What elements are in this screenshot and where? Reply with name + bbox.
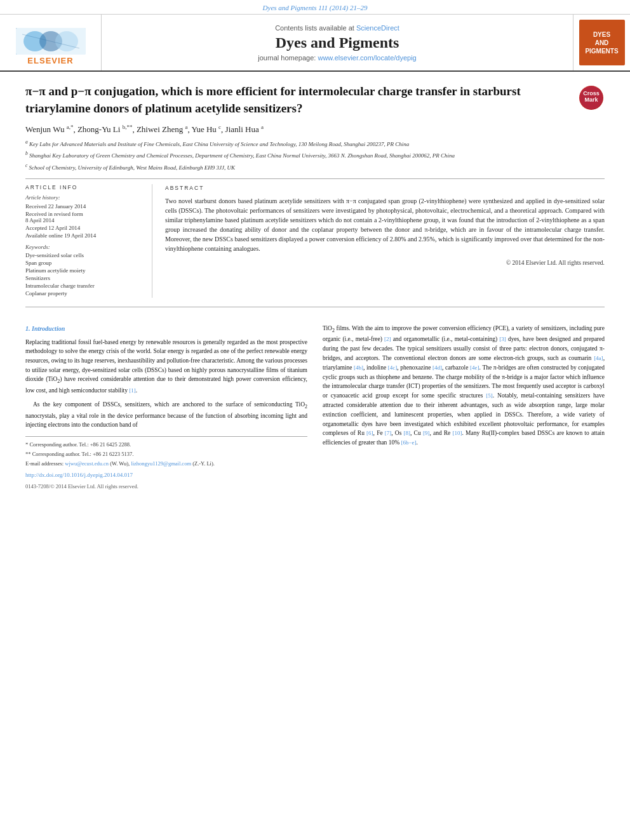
right-p1: TiO2 films. With the aim to improve the … <box>323 324 605 448</box>
elsevier-art <box>16 28 86 55</box>
authors-line: Wenjun Wu a,*, Zhong-Yu Li b,**, Zhiwei … <box>25 123 605 134</box>
footnote-1: * Corresponding author. Tel.: +86 21 642… <box>25 441 307 449</box>
citation-text: Dyes and Pigments 111 (2014) 21–29 <box>263 4 368 11</box>
dyes-pigments-badge: DYESANDPIGMENTS <box>579 20 625 65</box>
sciencedirect-link[interactable]: ScienceDirect <box>356 24 399 32</box>
accepted-date: Accepted 12 April 2014 <box>25 225 143 231</box>
homepage-url[interactable]: www.elsevier.com/locate/dyepig <box>318 54 416 62</box>
page: Dyes and Pigments 111 (2014) 21–29 <box>0 0 630 840</box>
crossmark-icon[interactable]: Cross Mark <box>579 86 605 111</box>
affiliations: a Key Labs for Advanced Materials and In… <box>25 138 605 173</box>
keyword-3: Platinum acetylide moiety <box>25 267 143 274</box>
homepage-label: journal homepage: <box>258 54 316 62</box>
journal-citation: Dyes and Pigments 111 (2014) 21–29 <box>0 0 630 15</box>
journal-badge-section: DYESANDPIGMENTS <box>573 15 630 70</box>
received-date: Received 22 January 2014 <box>25 203 143 210</box>
svg-point-3 <box>55 31 78 51</box>
available-date: Available online 19 April 2014 <box>25 232 143 239</box>
keyword-1: Dye-sensitized solar cells <box>25 252 143 258</box>
copyright-footer: 0143-7208/© 2014 Elsevier Ltd. All right… <box>25 483 307 491</box>
body-col-right: TiO2 films. With the aim to improve the … <box>323 324 605 491</box>
keyword-6: Coplanar property <box>25 290 143 297</box>
svg-text:Mark: Mark <box>584 97 598 103</box>
sciencedirect-label: Contents lists available at <box>275 24 354 32</box>
abstract-col: ABSTRACT Two novel starburst donors base… <box>165 184 605 298</box>
body-columns: 1. Introduction Replacing traditional fo… <box>25 324 605 491</box>
keyword-4: Sensitizers <box>25 275 143 281</box>
article-title: π−π and p−π conjugation, which is more e… <box>25 83 572 117</box>
abstract-copyright: © 2014 Elsevier Ltd. All rights reserved… <box>165 258 605 267</box>
journal-name: Dyes and Pigments <box>276 34 399 51</box>
article-info-heading: ARTICLE INFO <box>25 184 143 190</box>
keywords-label: Keywords: <box>25 244 143 250</box>
keyword-2: Span group <box>25 260 143 266</box>
article-info-abstract: ARTICLE INFO Article history: Received 2… <box>25 184 605 298</box>
doi-link[interactable]: http://dx.doi.org/10.1016/j.dyepig.2014.… <box>25 471 307 480</box>
article-content: π−π and p−π conjugation, which is more e… <box>0 72 630 307</box>
article-info-col: ARTICLE INFO Article history: Received 2… <box>25 184 152 298</box>
elsevier-logo: ELSEVIER <box>13 20 89 65</box>
abstract-text: Two novel starburst donors based platinu… <box>165 196 605 253</box>
article-title-section: π−π and p−π conjugation, which is more e… <box>25 83 605 117</box>
body-col-left: 1. Introduction Replacing traditional fo… <box>25 324 307 491</box>
affiliation-c: c School of Chemistry, University of Edi… <box>25 162 605 173</box>
affiliation-b: b Shanghai Key Laboratory of Green Chemi… <box>25 150 605 161</box>
intro-p1: Replacing traditional fossil fuel-based … <box>25 338 307 396</box>
sciencedirect-line: Contents lists available at ScienceDirec… <box>275 24 399 32</box>
keyword-5: Intramolecular charge transfer <box>25 283 143 289</box>
article-body: 1. Introduction Replacing traditional fo… <box>0 312 630 503</box>
publisher-logo-section: ELSEVIER <box>0 15 102 70</box>
elsevier-text: ELSEVIER <box>27 56 73 65</box>
svg-text:Cross: Cross <box>583 90 600 97</box>
journal-title-section: Contents lists available at ScienceDirec… <box>102 15 573 70</box>
journal-header: ELSEVIER Contents lists available at Sci… <box>0 15 630 72</box>
elsevier-logo-image <box>13 20 89 55</box>
history-label: Article history: <box>25 194 143 201</box>
footnote-2: ** Corresponding author. Tel.: +86 21 62… <box>25 450 307 458</box>
section-1-title: 1. Introduction <box>25 324 307 334</box>
abstract-heading: ABSTRACT <box>165 184 605 192</box>
intro-p2: As the key component of DSSCs, sensitize… <box>25 400 307 430</box>
footnotes: * Corresponding author. Tel.: +86 21 642… <box>25 436 307 491</box>
divider-1 <box>25 178 605 179</box>
journal-homepage: journal homepage: www.elsevier.com/locat… <box>258 54 416 62</box>
divider-2 <box>25 307 605 307</box>
affiliation-a: a Key Labs for Advanced Materials and In… <box>25 138 605 149</box>
received-revised: Received in revised form8 April 2014 <box>25 211 143 223</box>
footnote-email: E-mail addresses: wjwu@ecust.edu.cn (W. … <box>25 460 307 468</box>
